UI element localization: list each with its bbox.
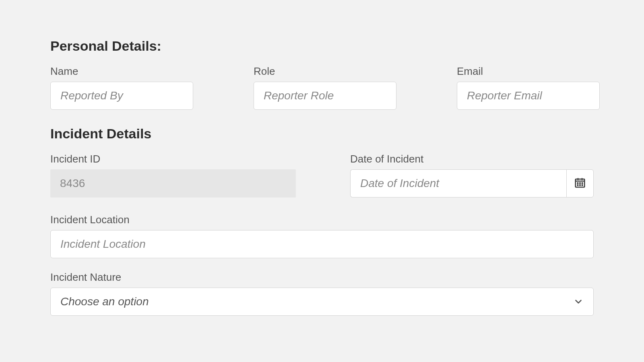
name-field: Name (50, 65, 193, 110)
svg-point-7 (577, 185, 578, 185)
name-label: Name (50, 65, 193, 78)
date-picker-button[interactable] (566, 169, 594, 197)
date-input[interactable] (350, 169, 566, 197)
incident-details-title: Incident Details (50, 126, 594, 142)
date-field: Date of Incident (350, 153, 594, 197)
nature-label: Incident Nature (50, 271, 594, 284)
email-input[interactable] (457, 82, 600, 110)
location-input[interactable] (50, 230, 594, 258)
chevron-down-icon (573, 296, 584, 307)
name-input[interactable] (50, 82, 193, 110)
personal-row: Name Role Email (50, 65, 594, 110)
incident-id-value: 8436 (50, 169, 296, 197)
svg-point-4 (577, 183, 578, 183)
email-label: Email (457, 65, 600, 78)
role-input[interactable] (254, 82, 396, 110)
role-label: Role (254, 65, 396, 78)
role-field: Role (254, 65, 396, 110)
nature-select-placeholder: Choose an option (60, 295, 149, 308)
email-field: Email (457, 65, 600, 110)
date-input-group (350, 169, 594, 197)
svg-point-6 (582, 183, 583, 183)
date-label: Date of Incident (350, 153, 594, 165)
svg-point-8 (580, 185, 580, 185)
incident-row-1: Incident ID 8436 Date of Incident (50, 153, 594, 197)
incident-id-label: Incident ID (50, 153, 296, 165)
nature-field: Incident Nature Choose an option (50, 271, 594, 316)
personal-details-title: Personal Details: (50, 38, 594, 54)
calendar-icon (574, 177, 586, 190)
svg-point-5 (580, 183, 580, 183)
incident-id-field: Incident ID 8436 (50, 153, 296, 197)
location-label: Incident Location (50, 214, 594, 226)
nature-select[interactable]: Choose an option (50, 288, 594, 316)
svg-point-9 (582, 185, 583, 185)
location-field: Incident Location (50, 214, 594, 258)
